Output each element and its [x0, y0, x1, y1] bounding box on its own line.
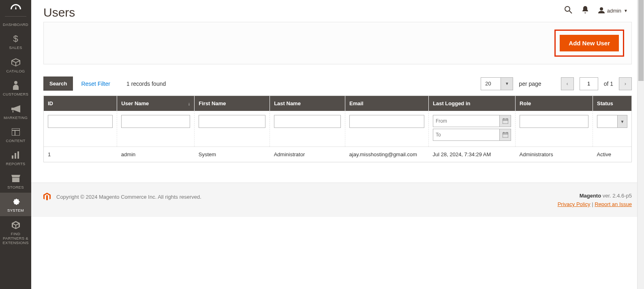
layout-icon: [12, 127, 20, 137]
col-last-name[interactable]: Last Name: [270, 96, 345, 111]
page-header: Users admin ▼: [31, 0, 644, 22]
copyright: Copyright © 2024 Magento Commerce Inc. A…: [56, 194, 201, 200]
action-bar: Add New User: [43, 22, 632, 64]
chevron-down-icon: ▼: [501, 78, 513, 90]
table-row[interactable]: 1 admin System Administrator ajay.missho…: [44, 147, 631, 162]
magento-logo-icon: [43, 193, 51, 201]
gear-icon: [12, 197, 20, 206]
sidebar-item-dashboard[interactable]: DASHBOARD: [0, 18, 31, 30]
scrollbar-thumb[interactable]: [638, 0, 644, 81]
filter-date-from-input[interactable]: [433, 115, 499, 127]
filter-role-input[interactable]: [520, 115, 588, 128]
filter-row: ▼: [44, 111, 631, 147]
puzzle-icon: [12, 220, 20, 230]
col-first-name[interactable]: First Name: [195, 96, 270, 111]
filter-username-input[interactable]: [121, 115, 190, 128]
add-user-highlight: Add New User: [554, 30, 624, 57]
separator: |: [591, 201, 595, 207]
col-email[interactable]: Email: [345, 96, 429, 111]
table-header-row: ID User Name↓ First Name Last Name Email…: [44, 96, 631, 111]
sidebar-item-partners[interactable]: FIND PARTNERS & EXTENSIONS: [0, 216, 31, 249]
sidebar-item-label: SALES: [8, 45, 23, 50]
filter-status-select[interactable]: ▼: [597, 115, 627, 128]
filter-last-input[interactable]: [274, 115, 341, 128]
svg-rect-10: [503, 119, 508, 124]
sidebar-item-label: CUSTOMERS: [2, 92, 29, 96]
svg-rect-4: [12, 155, 13, 159]
search-icon[interactable]: [564, 6, 572, 16]
sidebar-logo[interactable]: [5, 0, 26, 17]
sidebar-item-sales[interactable]: $ SALES: [0, 30, 31, 53]
account-menu[interactable]: admin ▼: [598, 7, 628, 15]
records-found: 1 records found: [126, 81, 166, 87]
sidebar-item-content[interactable]: CONTENT: [0, 123, 31, 146]
gauge-icon: [11, 2, 21, 12]
filter-first-input[interactable]: [199, 115, 265, 128]
product-name: Magento: [580, 193, 601, 199]
sort-desc-icon: ↓: [188, 101, 190, 106]
sidebar-item-label: MARKETING: [3, 115, 28, 120]
reset-filter-link[interactable]: Reset Filter: [81, 81, 110, 87]
svg-rect-5: [15, 153, 16, 159]
report-link[interactable]: Report an Issue: [595, 201, 632, 207]
col-last-logged[interactable]: Last Logged in: [429, 96, 516, 111]
scrollbar[interactable]: [637, 0, 644, 289]
per-page-value: 20: [481, 78, 501, 90]
chevron-left-icon: ‹: [566, 81, 568, 87]
chevron-down-icon: ▼: [617, 115, 627, 128]
sidebar-item-label: CONTENT: [5, 138, 26, 143]
cell-id: 1: [44, 147, 117, 162]
sidebar-item-stores[interactable]: STORES: [0, 170, 31, 193]
filter-date-to[interactable]: [433, 129, 511, 141]
filter-id-input[interactable]: [48, 115, 113, 128]
page-title: Users: [43, 6, 75, 19]
svg-point-0: [14, 81, 17, 84]
cell-email: ajay.misshosting@gmail.com: [345, 147, 429, 162]
dollar-icon: $: [13, 34, 18, 44]
cell-role: Administrators: [516, 147, 593, 162]
next-page-button[interactable]: ›: [619, 77, 632, 90]
box-icon: [11, 57, 20, 67]
main: Users admin ▼ Add New User Search Rese: [31, 0, 644, 289]
svg-rect-6: [17, 151, 19, 159]
sidebar-item-marketing[interactable]: MARKETING: [0, 100, 31, 123]
calendar-icon[interactable]: [499, 115, 511, 127]
chevron-down-icon: ▼: [624, 8, 628, 13]
chevron-right-icon: ›: [625, 81, 626, 87]
account-label: admin: [607, 8, 621, 14]
sidebar-item-label: DASHBOARD: [2, 22, 29, 27]
sidebar-item-label: REPORTS: [5, 162, 26, 166]
cell-first: System: [195, 147, 270, 162]
version: ver. 2.4.6-p5: [601, 193, 632, 199]
search-button[interactable]: Search: [43, 76, 73, 91]
sidebar-item-label: CATALOG: [5, 69, 26, 73]
col-id[interactable]: ID: [44, 96, 117, 111]
svg-rect-1: [12, 128, 20, 136]
col-username[interactable]: User Name↓: [117, 96, 195, 111]
privacy-link[interactable]: Privacy Policy: [558, 201, 591, 207]
filter-date-from[interactable]: [433, 115, 511, 127]
filter-email-input[interactable]: [349, 115, 424, 128]
per-page-label: per page: [519, 81, 541, 87]
store-icon: [11, 174, 20, 183]
sidebar-item-reports[interactable]: REPORTS: [0, 146, 31, 169]
col-role[interactable]: Role: [516, 96, 593, 111]
col-status[interactable]: Status: [593, 96, 631, 111]
sidebar-item-customers[interactable]: CUSTOMERS: [0, 76, 31, 100]
filter-date-to-input[interactable]: [433, 129, 499, 140]
megaphone-icon: [11, 104, 20, 114]
sidebar-item-catalog[interactable]: CATALOG: [0, 53, 31, 76]
bell-icon[interactable]: [582, 6, 588, 15]
sidebar: DASHBOARD $ SALES CATALOG CUSTOMERS MARK…: [0, 0, 31, 289]
add-user-button[interactable]: Add New User: [560, 35, 619, 51]
prev-page-button[interactable]: ‹: [561, 77, 574, 90]
svg-rect-14: [503, 133, 508, 138]
sidebar-item-system[interactable]: SYSTEM: [0, 193, 31, 216]
grid-toolbar: Search Reset Filter 1 records found 20 ▼…: [31, 64, 644, 96]
per-page-select[interactable]: 20 ▼: [481, 77, 513, 90]
page-of: of 1: [604, 81, 613, 87]
calendar-icon[interactable]: [499, 129, 511, 140]
sidebar-item-label: FIND PARTNERS & EXTENSIONS: [0, 232, 31, 245]
page-input[interactable]: [580, 77, 598, 90]
header-actions: admin ▼: [564, 6, 628, 16]
